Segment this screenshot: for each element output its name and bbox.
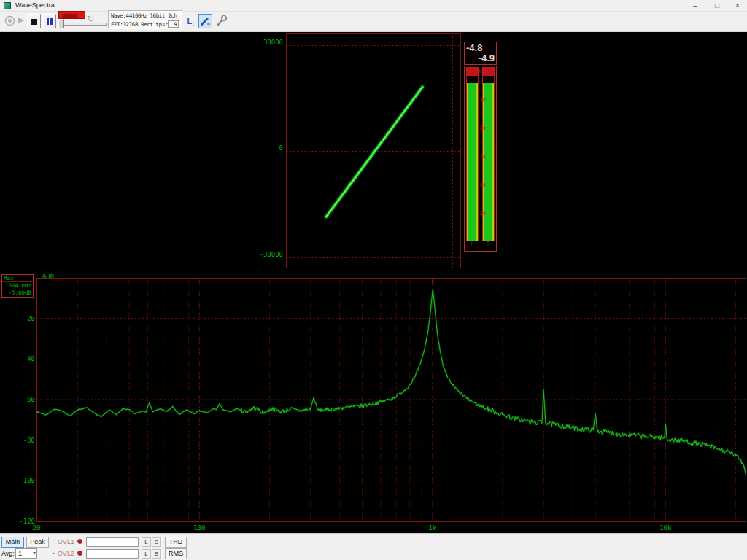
display-config-button[interactable] xyxy=(198,14,212,28)
row2-l-button[interactable]: L xyxy=(142,549,151,559)
peak-button[interactable]: Peak xyxy=(26,537,49,548)
meter-scale-label: -50 xyxy=(474,211,489,217)
minimize-button[interactable]: – xyxy=(684,0,706,12)
stop-icon xyxy=(31,19,37,25)
fft-info: FFT:32768 Rect. xyxy=(111,21,156,28)
toolbar: ↻ Wave:44100Hz 16bit 2ch FFT:32768 Rect.… xyxy=(0,12,747,32)
xy-tick-zero: 0 xyxy=(258,144,283,152)
avg-select[interactable]: 1 ▾ xyxy=(15,548,37,559)
pause-icon xyxy=(47,18,49,25)
meter-scale-label: -30 xyxy=(474,154,489,160)
spectrum-ytick-0db: 0dB xyxy=(42,273,54,281)
record-icon[interactable] xyxy=(4,15,16,27)
pencil-icon xyxy=(199,15,212,28)
settings-button[interactable] xyxy=(214,14,228,28)
rec-indicator xyxy=(58,11,85,19)
ovl2-led xyxy=(77,551,82,556)
ovl1-led xyxy=(77,539,82,544)
spectrum-ytick: -20 xyxy=(12,315,35,322)
l-button[interactable]: L↓ xyxy=(185,15,197,28)
thd-button[interactable]: THD xyxy=(165,537,187,548)
pause-button[interactable] xyxy=(42,14,56,28)
max-readout: Max 1004.0Hz -5.60dB xyxy=(1,274,34,298)
spectrum-xtick: 1k xyxy=(422,524,444,532)
spectrum-ytick: -100 xyxy=(12,477,35,484)
statusbar-separator xyxy=(161,536,162,559)
status-bar: Main Peak - - OVL1 OVL2 L S L S THD RMS … xyxy=(0,533,747,560)
dash-separator: - xyxy=(51,550,55,557)
max-label: Max xyxy=(2,275,33,282)
wave-info: Wave:44100Hz 16bit 2ch xyxy=(111,12,177,19)
pause-icon xyxy=(50,18,53,25)
spectrum-panel: Max 1004.0Hz -5.60dB 0dB -20-40-60-80-10… xyxy=(0,273,747,533)
meter-fill-right xyxy=(483,83,494,241)
seek-slider-thumb[interactable] xyxy=(58,19,64,28)
level-meter: 0dB-10-20-30-40-50LR xyxy=(464,66,497,252)
level1-field[interactable] xyxy=(86,537,139,547)
rec-indicator-text xyxy=(62,14,77,18)
meter-scale-label: 0dB xyxy=(474,69,489,74)
meter-scale-label: -20 xyxy=(474,125,489,131)
row2-s-button[interactable]: S xyxy=(152,549,161,559)
max-level-value: -5.60dB xyxy=(2,289,33,297)
maximize-button[interactable]: □ xyxy=(706,0,728,12)
dash-separator: - xyxy=(51,538,55,545)
l-button-arrow-icon: ↓ xyxy=(192,21,195,26)
fps-label: fps: xyxy=(155,21,169,28)
seek-slider[interactable] xyxy=(58,23,107,26)
ovl1-label: OVL1 xyxy=(58,538,74,545)
xy-tick-bottom: -30000 xyxy=(258,251,283,258)
fps-input[interactable] xyxy=(168,20,179,28)
meter-readout-right: -4.9 xyxy=(479,52,495,63)
app-window: WaveSpectra – □ × ↻ Wave:44100Hz 16bit 2… xyxy=(0,0,747,560)
spectrum-xtick: 10k xyxy=(654,524,676,532)
meter-channel-label: R xyxy=(484,241,492,248)
meter-scale-label: -10 xyxy=(474,97,489,103)
spectrum-ytick: -80 xyxy=(12,437,35,444)
loop-icon[interactable]: ↻ xyxy=(87,14,94,24)
close-button[interactable]: × xyxy=(728,0,747,12)
app-icon xyxy=(4,2,11,9)
play-icon[interactable] xyxy=(18,17,24,24)
row1-s-button[interactable]: S xyxy=(152,537,161,547)
spectrum-xtick: 20 xyxy=(26,524,47,532)
max-frequency-value: 1004.0Hz xyxy=(2,282,33,289)
meter-fill-left xyxy=(467,83,478,241)
xy-tick-top: 30000 xyxy=(258,39,283,46)
spectrum-ytick: -60 xyxy=(12,396,35,403)
meter-channel-label: L xyxy=(468,241,476,248)
stop-button[interactable] xyxy=(27,14,41,28)
rms-button[interactable]: RMS xyxy=(165,548,187,559)
meter-readout-left: -4.8 xyxy=(466,42,482,53)
avg-value: 1 xyxy=(18,550,22,557)
ovl2-label: OVL2 xyxy=(58,550,74,557)
main-button[interactable]: Main xyxy=(1,537,24,548)
wrench-icon xyxy=(214,14,228,28)
meter-readout: -4.8 -4.9 xyxy=(464,42,497,65)
chevron-down-icon: ▾ xyxy=(33,550,36,556)
spectrum-ytick: -40 xyxy=(12,355,35,362)
avg-label: Avg: xyxy=(1,550,15,557)
xy-scope-panel: 30000 0 -30000 -4.8 -4.9 0dB-10-20-30-40… xyxy=(0,32,747,270)
window-title: WaveSpectra xyxy=(15,1,55,9)
level2-field[interactable] xyxy=(86,549,139,559)
row1-l-button[interactable]: L xyxy=(142,537,151,547)
wave-info-box: Wave:44100Hz 16bit 2ch FFT:32768 Rect. f… xyxy=(108,10,182,29)
spectrum-xtick: 100 xyxy=(188,524,210,532)
meter-scale-label: -40 xyxy=(474,182,489,188)
